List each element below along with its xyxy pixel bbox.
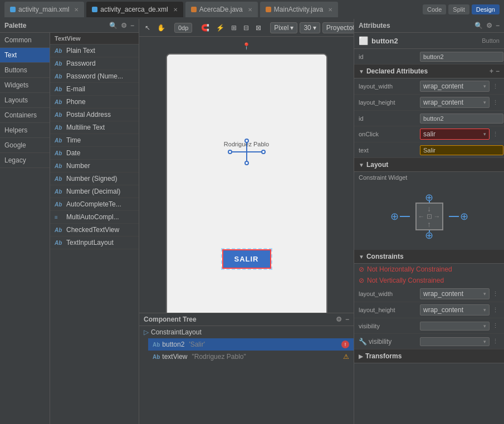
view-design-button[interactable]: Design xyxy=(472,4,500,14)
attr-extra-btn-onclick[interactable]: ⋮ xyxy=(491,130,500,139)
section-layout[interactable]: ▼ Layout xyxy=(354,158,504,172)
toolbar-device-dropdown[interactable]: Pixel ▾ xyxy=(270,22,297,33)
section-minus-declared[interactable]: − xyxy=(496,67,500,75)
attr-value-bottom-lw: wrap_content xyxy=(423,290,463,298)
palette-settings-icon[interactable]: ⚙ xyxy=(121,22,127,29)
toolbar-api-dropdown[interactable]: 30 ▾ xyxy=(300,22,320,33)
tab-mainactivity-java[interactable]: MainActivity.java ✕ xyxy=(260,2,338,17)
palette-cat-text[interactable]: Text xyxy=(0,48,50,63)
section-constraints[interactable]: ▼ Constraints xyxy=(354,250,504,264)
palette-cat-helpers[interactable]: Helpers xyxy=(0,123,50,138)
attr-dropdown-bottom-lw[interactable]: wrap_content ▾ xyxy=(420,288,490,299)
attr-dropdown-bottom-lh[interactable]: wrap_content ▾ xyxy=(420,304,490,315)
handle-top[interactable] xyxy=(244,139,249,143)
palette-item-label-postal: Postal Address xyxy=(66,111,111,119)
attr-extra-btn-blw[interactable]: ⋮ xyxy=(491,289,500,298)
palette-cat-layouts[interactable]: Layouts xyxy=(0,93,50,108)
chevron-down-icon-onclick: ▾ xyxy=(483,131,486,137)
toolbar-pan-btn[interactable]: ✋ xyxy=(155,23,168,33)
palette-item-checkedtext[interactable]: Ab CheckedTextView xyxy=(50,224,139,236)
button-widget[interactable]: SALIR xyxy=(222,249,271,269)
palette-item-autocomplete[interactable]: Ab AutoCompleteTe... xyxy=(50,198,139,211)
palette-item-multiauto[interactable]: ≡ MultiAutoCompl... xyxy=(50,211,139,224)
attributes-search-icon[interactable]: 🔍 xyxy=(474,22,483,29)
palette-search-icon[interactable]: 🔍 xyxy=(109,22,118,29)
toolbar-distribute-btn[interactable]: ⊟ xyxy=(241,23,251,33)
palette-item-password[interactable]: Ab Password xyxy=(50,57,139,70)
palette-item-label-number: Number xyxy=(66,162,90,170)
toolbar-align-btn[interactable]: ⊞ xyxy=(229,23,239,33)
attr-dropdown-onclick[interactable]: salir ▾ xyxy=(420,129,490,140)
cw-plus-right[interactable]: ⊕ xyxy=(460,210,468,223)
palette-item-email[interactable]: Ab E-mail xyxy=(50,83,139,96)
attr-extra-btn-blh[interactable]: ⋮ xyxy=(491,305,500,314)
attr-dropdown-layout-width[interactable]: wrap_content ▾ xyxy=(420,81,490,92)
palette-minimize-icon[interactable]: − xyxy=(130,22,134,29)
palette-item-date[interactable]: Ab Date xyxy=(50,147,139,160)
tab-close-acercade-java[interactable]: ✕ xyxy=(248,7,252,13)
tree-item-textview[interactable]: Ab textView "Rodriguez Pablo" ⚠ xyxy=(148,351,354,363)
handle-right[interactable] xyxy=(261,150,266,154)
toolbar-dp-value[interactable]: 0dp xyxy=(174,23,192,33)
tab-close-mainactivity-java[interactable]: ✕ xyxy=(328,7,332,13)
section-label-transforms: Transforms xyxy=(365,352,402,360)
section-transforms[interactable]: ▶ Transforms xyxy=(354,349,504,363)
tab-activity-acerca[interactable]: activity_acerca_de.xml ✕ xyxy=(86,2,183,17)
section-declared-attributes[interactable]: ▼ Declared Attributes + − xyxy=(354,65,504,78)
attr-input-text[interactable] xyxy=(420,145,503,155)
attr-input-id2[interactable] xyxy=(420,114,503,124)
toolbar-select-btn[interactable]: ↖ xyxy=(143,23,153,33)
palette-item-number[interactable]: Ab Number xyxy=(50,160,139,172)
palette-item-icon-number-signed: Ab xyxy=(55,176,63,182)
cw-arrows-down: ↓ xyxy=(427,205,431,213)
palette-cat-widgets[interactable]: Widgets xyxy=(0,78,50,93)
palette-item-phone[interactable]: Ab Phone xyxy=(50,96,139,109)
toolbar-project-dropdown[interactable]: Proyecto010 ▾ xyxy=(322,22,354,33)
tab-close-activity-acerca[interactable]: ✕ xyxy=(173,7,178,13)
tab-activity-main[interactable]: activity_main.xml ✕ xyxy=(4,2,84,17)
palette-item-postal[interactable]: Ab Postal Address xyxy=(50,109,139,121)
component-tree-minimize-icon[interactable]: − xyxy=(345,315,349,323)
attr-extra-btn-vis2[interactable]: ⋮ xyxy=(491,337,500,346)
palette-cat-buttons[interactable]: Buttons xyxy=(0,63,50,78)
attr-dropdown-visibility1[interactable]: ▾ xyxy=(420,322,490,331)
attr-extra-btn-lh[interactable]: ⋮ xyxy=(491,98,500,107)
tab-close-activity-main[interactable]: ✕ xyxy=(74,7,79,13)
handle-left[interactable] xyxy=(228,150,232,154)
palette-item-password-num[interactable]: Ab Password (Nume... xyxy=(50,70,139,83)
palette-item-label-password-num: Password (Nume... xyxy=(66,72,123,80)
palette-item-number-decimal[interactable]: Ab Number (Decimal) xyxy=(50,185,139,198)
palette-cat-google[interactable]: Google xyxy=(0,138,50,153)
palette-item-multiline[interactable]: Ab Multiline Text xyxy=(50,121,139,134)
pin-icon: 📍 xyxy=(242,42,251,50)
toolbar-baseline-btn[interactable]: ⊠ xyxy=(253,23,263,33)
attr-label-id: id xyxy=(359,53,420,60)
view-split-button[interactable]: Split xyxy=(448,4,469,14)
palette-item-number-signed[interactable]: Ab Number (Signed) xyxy=(50,172,139,185)
component-tree-settings-icon[interactable]: ⚙ xyxy=(336,315,342,323)
palette-cat-legacy[interactable]: Legacy xyxy=(0,153,50,168)
title-bar: activity_main.xml ✕ activity_acerca_de.x… xyxy=(0,0,504,19)
attr-input-id[interactable] xyxy=(420,52,503,62)
palette-cat-common[interactable]: Common xyxy=(0,33,50,48)
handle-bottom[interactable] xyxy=(244,161,249,165)
palette-item-plain-text[interactable]: Ab Plain Text xyxy=(50,45,139,57)
attributes-settings-icon[interactable]: ⚙ xyxy=(486,22,492,29)
attributes-minimize-icon[interactable]: − xyxy=(496,22,500,29)
toolbar-magnet-btn[interactable]: 🧲 xyxy=(199,23,212,33)
tree-item-constraint-layout[interactable]: ▷ ConstraintLayout xyxy=(139,326,354,338)
section-plus-declared[interactable]: + xyxy=(490,67,493,75)
palette-item-textinputlayout[interactable]: Ab TextInputLayout xyxy=(50,236,139,249)
view-code-button[interactable]: Code xyxy=(423,4,446,14)
attr-extra-btn-vis1[interactable]: ⋮ xyxy=(491,322,500,331)
palette-item-time[interactable]: Ab Time xyxy=(50,134,139,147)
cw-plus-left[interactable]: ⊕ xyxy=(390,210,399,223)
toolbar-connect-btn[interactable]: ⚡ xyxy=(214,23,227,33)
attr-extra-btn-lw[interactable]: ⋮ xyxy=(491,82,500,91)
palette-cat-containers[interactable]: Containers xyxy=(0,108,50,123)
attr-dropdown-layout-height[interactable]: wrap_content ▾ xyxy=(420,97,490,108)
palette-item-label-email: E-mail xyxy=(66,85,85,93)
tree-item-button2[interactable]: Ab button2 'Salir' ! xyxy=(148,338,354,351)
tab-acercade-java[interactable]: AcercaDe.java ✕ xyxy=(185,2,258,17)
attr-dropdown-visibility2[interactable]: ▾ xyxy=(420,337,490,346)
